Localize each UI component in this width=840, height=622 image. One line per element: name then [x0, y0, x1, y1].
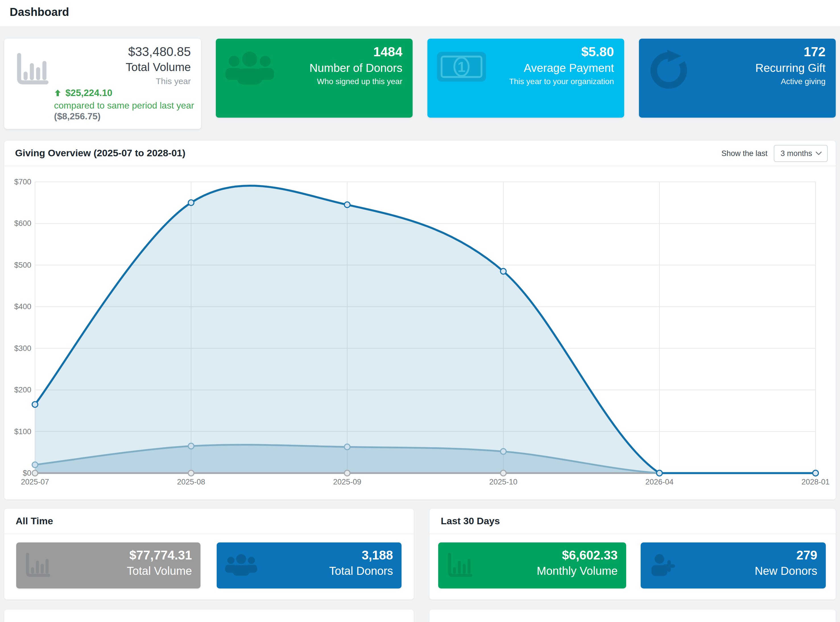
svg-text:$500: $500 — [14, 261, 31, 269]
stat-label: New Donors — [755, 563, 817, 579]
svg-text:$200: $200 — [14, 386, 31, 394]
comparison-text: compared to same period last year — [54, 100, 194, 111]
stat-sublabel: Who signed up this year — [317, 76, 402, 87]
svg-text:2025-09: 2025-09 — [333, 478, 361, 486]
top-bar: Dashboard — [0, 0, 840, 26]
svg-text:2025-07: 2025-07 — [21, 478, 49, 486]
people-icon — [224, 550, 258, 581]
refresh-icon — [648, 49, 690, 90]
stat-label: Average Payment — [524, 60, 614, 76]
stat-card-recurring-gift: 172 Recurring Gift Active giving — [639, 39, 836, 117]
bar-chart-icon — [24, 550, 52, 581]
svg-text:$700: $700 — [14, 178, 31, 186]
last-30-days-panel: Last 30 Days $6,602.33 Monthly Volume 27… — [429, 509, 836, 599]
stat-value: $6,602.33 — [562, 547, 618, 563]
stat-sublabel: Active giving — [781, 76, 825, 87]
stat-label: Recurring Gift — [755, 60, 825, 76]
stat-value: 1484 — [373, 44, 402, 60]
period-select-value: 3 months — [780, 149, 812, 158]
comparison-block: $25,224.10 compared to same period last … — [54, 87, 194, 122]
stat-value: 279 — [796, 547, 817, 563]
svg-text:$600: $600 — [14, 219, 31, 228]
all-time-total-donors-card: 3,188 Total Donors — [217, 543, 402, 588]
giving-overview-chart: $0$100$200$300$400$500$600$7002025-07202… — [4, 166, 836, 500]
svg-text:2025-08: 2025-08 — [177, 478, 205, 486]
last-30-days-header: Last 30 Days — [429, 509, 836, 534]
stat-sublabel: This year — [156, 75, 191, 87]
people-icon — [224, 50, 276, 87]
all-time-total-volume-card: $77,774.31 Total Volume — [16, 543, 200, 588]
giving-overview-title: Giving Overview (2025-07 to 2028-01) — [15, 148, 185, 159]
stat-label: Total Volume — [127, 563, 192, 579]
comparison-amount: $25,224.10 — [66, 87, 112, 99]
svg-text:$300: $300 — [14, 344, 31, 353]
next-panel-left — [4, 610, 414, 622]
stat-label: Total Donors — [329, 563, 393, 579]
stat-card-total-volume: $33,480.85 Total Volume This year $25,22… — [4, 39, 201, 129]
stat-value: $5.80 — [581, 44, 614, 60]
stat-card-number-of-donors: 1484 Number of Donors Who signed up this… — [216, 39, 412, 117]
stat-value: 3,188 — [362, 547, 393, 563]
giving-overview-header: Giving Overview (2025-07 to 2028-01) Sho… — [4, 141, 836, 166]
comparison-previous: ($8,256.75) — [54, 111, 194, 122]
filter-label: Show the last — [721, 149, 767, 158]
money-bill-icon — [436, 49, 487, 85]
all-time-header: All Time — [4, 509, 414, 534]
stat-sublabel: This year to your organization — [509, 76, 614, 87]
stat-label: Number of Donors — [309, 60, 402, 76]
last-30-monthly-volume-card: $6,602.33 Monthly Volume — [438, 543, 626, 588]
svg-text:2026-04: 2026-04 — [645, 478, 674, 486]
page-title: Dashboard — [10, 6, 69, 18]
svg-text:$400: $400 — [14, 302, 31, 311]
stat-card-average-payment: $5.80 Average Payment This year to your … — [428, 39, 624, 117]
svg-text:2028-01: 2028-01 — [801, 478, 829, 486]
bar-chart-icon — [446, 550, 474, 581]
arrow-up-icon — [54, 88, 61, 97]
giving-overview-panel: Giving Overview (2025-07 to 2028-01) Sho… — [4, 141, 836, 500]
stat-label: Monthly Volume — [537, 563, 618, 579]
svg-text:$0: $0 — [23, 469, 31, 477]
person-plus-icon — [648, 550, 677, 581]
period-select[interactable]: 3 months — [774, 145, 828, 162]
stat-value: $33,480.85 — [128, 44, 191, 59]
stat-label: Total Volume — [126, 59, 191, 75]
stat-value: $77,774.31 — [129, 547, 192, 563]
all-time-panel: All Time $77,774.31 Total Volume 3,188 T… — [4, 509, 414, 599]
chevron-down-icon — [815, 151, 822, 156]
svg-text:$100: $100 — [14, 427, 31, 436]
last-30-days-title: Last 30 Days — [441, 515, 500, 526]
all-time-title: All Time — [16, 515, 53, 526]
svg-text:2025-10: 2025-10 — [489, 478, 517, 486]
next-panel-right — [429, 610, 836, 622]
bar-chart-icon — [12, 50, 53, 87]
stat-value: 172 — [803, 44, 825, 60]
last-30-new-donors-card: 279 New Donors — [641, 543, 826, 588]
